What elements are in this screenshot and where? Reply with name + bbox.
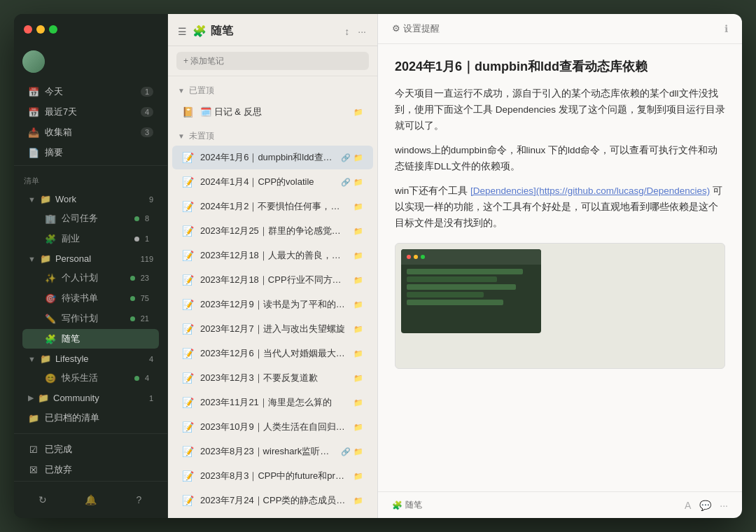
note-item-14[interactable]: 📝 2023年7月24｜CPP类的静态成员变量需定义 📁 — [172, 489, 373, 512]
note-actions-0: 🔗 📁 — [341, 153, 363, 162]
font-button[interactable]: A — [685, 500, 691, 511]
maximize-button[interactable] — [49, 25, 57, 34]
diary-note-icon: 📔 — [182, 106, 195, 118]
note-text-13: 2023年8月3｜CPP中的future和promise — [200, 470, 348, 482]
note-item-10[interactable]: 📝 2023年11月21｜海里是怎么算的 📁 — [172, 391, 373, 414]
panel-title: 🧩 随笔 — [192, 24, 337, 38]
sidebar-item-recent7[interactable]: 📅 最近7天 4 — [18, 102, 163, 122]
note-actions-10: 📁 — [354, 398, 363, 407]
more-options-button[interactable]: ··· — [720, 500, 728, 511]
more-button[interactable]: ··· — [356, 24, 368, 38]
sidebar-item-completed[interactable]: ☑ 已完成 — [18, 440, 163, 459]
comment-button[interactable]: 💬 — [699, 500, 711, 511]
note-item-3[interactable]: 📝 2023年12月25｜群里的争论感觉挺没意义的 📁 — [172, 219, 373, 243]
note-text-12: 2023年8月23｜wireshark监听本地回环 127.0.0.1 — [200, 445, 335, 458]
close-button[interactable] — [24, 25, 32, 34]
sidebar-footer: ↻ 🔔 ? — [14, 481, 167, 518]
note-item-12[interactable]: 📝 2023年8月23｜wireshark监听本地回环 127.0.0.1 🔗 … — [172, 440, 373, 463]
note-item-9[interactable]: 📝 2023年12月3｜不要反复道歉 📁 — [172, 366, 373, 390]
note-item-5[interactable]: 📝 2023年12月18｜CPP行业不同方向的差别甚至比CPP和JAVA都… 📁 — [172, 268, 373, 292]
unpinned-section-header: ▼ 未置顶 — [168, 125, 377, 145]
note-body-para-2: win下还有个工具 [Dependencies](https://github.… — [395, 183, 725, 232]
link-icon-1: 🔗 — [341, 178, 351, 187]
note-text-6: 2023年12月9｜读书是为了平和的心态和豁达的心境 — [200, 298, 348, 311]
note-item-6[interactable]: 📝 2023年12月9｜读书是为了平和的心态和豁达的心境 📁 — [172, 293, 373, 316]
recent-label: 最近7天 — [45, 106, 135, 118]
group-work-header[interactable]: ▼ 📁 Work 9 — [18, 190, 163, 208]
suibi-icon: 🧩 — [45, 334, 56, 344]
link-icon-12: 🔗 — [341, 447, 351, 456]
search-input[interactable] — [176, 52, 369, 70]
note-actions-13: 📁 — [354, 472, 363, 481]
sidebar-item-reading[interactable]: 🎯 待读书单 75 — [22, 288, 159, 308]
note-actions-14: 📁 — [354, 496, 363, 505]
chevron-pinned-icon: ▼ — [178, 87, 185, 94]
personal-plan-label: 个人计划 — [62, 272, 125, 284]
menu-icon[interactable]: ☰ — [178, 26, 187, 37]
sidebar-item-today[interactable]: 📅 今天 1 — [18, 82, 163, 102]
inbox-badge: 3 — [141, 127, 153, 137]
notification-button[interactable]: 🔔 — [81, 490, 101, 510]
folder-community-icon: 📁 — [38, 393, 49, 403]
sc-line-4 — [407, 292, 484, 298]
archived-icon: 📁 — [28, 413, 39, 424]
note-item-1[interactable]: 📝 2024年1月4｜CPP的volatile 🔗 📁 — [172, 170, 373, 194]
note-item-7[interactable]: 📝 2023年12月7｜进入与改出失望螺旋 📁 — [172, 317, 373, 341]
link-icon-0: 🔗 — [341, 153, 351, 162]
sidebar-item-inbox[interactable]: 📥 收集箱 3 — [18, 122, 163, 142]
note-item-0[interactable]: 📝 2024年1月6｜dumpbin和ldd查看动态库依赖 🔗 📁 — [172, 146, 373, 169]
sidebar-item-personal-plan[interactable]: ✨ 个人计划 23 — [22, 268, 159, 288]
dependencies-link[interactable]: [Dependencies](https://github.com/lucasg… — [470, 186, 710, 196]
sidebar-item-archived[interactable]: 📁 已归档的清单 — [18, 408, 163, 428]
group-personal-header[interactable]: ▼ 📁 Personal 119 — [18, 250, 163, 267]
note-actions-5: 📁 — [354, 276, 363, 285]
sidejob-dot — [134, 237, 139, 241]
note-actions-11: 📁 — [354, 423, 363, 432]
note-icon-3: 📝 — [182, 225, 195, 237]
note-icon-5: 📝 — [182, 274, 195, 286]
info-icon[interactable]: ℹ — [724, 23, 728, 34]
note-item-8[interactable]: 📝 2023年12月6｜当代人对婚姻最大的误会：在一个人身上实现所… 📁 — [172, 342, 373, 365]
note-item-11[interactable]: 📝 2023年10月9｜人类生活在自回归的模型中 📁 — [172, 415, 373, 439]
minimize-button[interactable] — [36, 25, 45, 34]
note-item-diary[interactable]: 📔 🗓️ 日记 & 反思 📁 — [172, 100, 373, 124]
folder-icon: 📁 — [40, 194, 51, 204]
note-item-13[interactable]: 📝 2023年8月3｜CPP中的future和promise 📁 — [172, 464, 373, 488]
inbox-icon: 📥 — [28, 127, 39, 138]
sort-button[interactable]: ↕ — [343, 24, 351, 38]
help-button[interactable]: ? — [130, 490, 149, 510]
writing-badge: 21 — [141, 314, 149, 323]
sidejob-badge: 1 — [145, 234, 149, 243]
note-icon-2: 📝 — [182, 201, 195, 212]
folder-icon-11: 📁 — [354, 423, 363, 432]
screenshot-content — [401, 265, 541, 333]
sidebar-item-happy-life[interactable]: 😊 快乐生活 4 — [22, 368, 159, 388]
note-item-4[interactable]: 📝 2023年12月18｜人最大的善良，其实是在自己的权力范围内不亏… 📁 — [172, 244, 373, 267]
note-actions-4: 📁 — [354, 251, 363, 260]
sidebar-item-company-tasks[interactable]: 🏢 公司任务 8 — [22, 209, 159, 228]
sidebar-item-suibi[interactable]: 🧩 随笔 — [22, 329, 159, 349]
group-lifestyle-header[interactable]: ▼ 📁 Lifestyle 4 — [18, 350, 163, 368]
chevron-down-icon-lifestyle: ▼ — [28, 355, 36, 363]
folder-icon-14: 📁 — [354, 496, 363, 505]
company-tasks-label: 公司任务 — [62, 212, 129, 225]
group-work: ▼ 📁 Work 9 🏢 公司任务 8 🧩 副业 1 — [18, 190, 163, 248]
sync-button[interactable]: ↻ — [33, 490, 52, 510]
sidebar-item-abandoned[interactable]: ☒ 已放弃 — [18, 460, 163, 479]
summary-icon: 📄 — [28, 148, 39, 158]
summary-label: 摘要 — [45, 146, 153, 159]
right-content: 2024年1月6｜dumpbin和ldd查看动态库依赖 今天项目一直运行不成功，… — [378, 44, 742, 491]
note-icon-7: 📝 — [182, 323, 195, 335]
note-item-15[interactable]: 📝 2023年7月24｜CPP指针类型的对象是不执行析构 📁 — [172, 513, 373, 518]
avatar[interactable] — [22, 50, 45, 73]
folder-icon-0: 📁 — [354, 153, 363, 162]
writing-dot — [130, 316, 135, 321]
right-footer: 🧩 随笔 A 💬 ··· — [378, 491, 742, 518]
section-title-lists: 清单 — [14, 169, 167, 189]
sidebar-item-summary[interactable]: 📄 摘要 — [18, 143, 163, 162]
note-item-2[interactable]: 📝 2024年1月2｜不要惧怕任何事，无欲则刚 📁 — [172, 195, 373, 218]
group-community-header[interactable]: ▶ 📁 Community 1 — [18, 389, 163, 407]
note-icon-9: 📝 — [182, 372, 195, 384]
sidebar-item-writing[interactable]: ✏️ 写作计划 21 — [22, 309, 159, 328]
sidebar-item-sidejob[interactable]: 🧩 副业 1 — [22, 229, 159, 248]
